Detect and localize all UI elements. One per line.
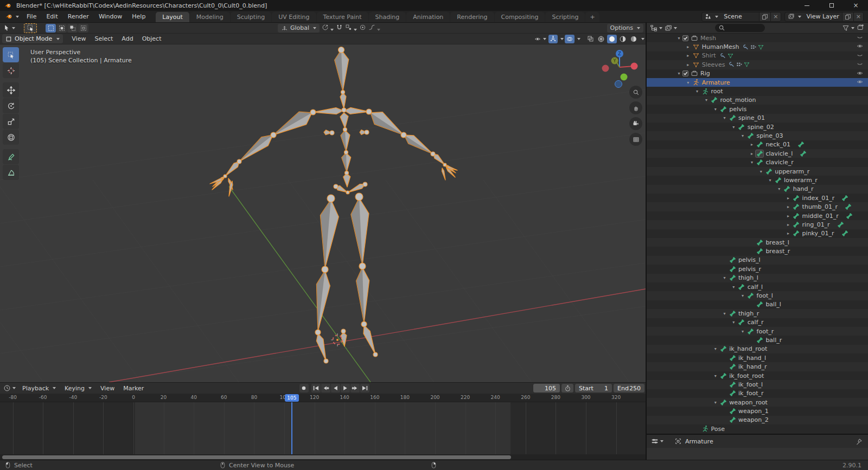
display-mode-dropdown[interactable]	[665, 24, 677, 32]
tab-shading[interactable]: Shading	[369, 12, 406, 22]
outliner-row-spine_01[interactable]: ▾spine_01	[647, 114, 868, 123]
gizmo-neg-x[interactable]	[602, 65, 609, 72]
menu-help[interactable]: Help	[127, 12, 150, 21]
outliner-row-thigh_r[interactable]: ▾thigh_r	[647, 309, 868, 318]
outliner-row-thigh_l[interactable]: ▾thigh_l	[647, 274, 868, 282]
new-collection-button[interactable]	[857, 23, 865, 33]
outliner-row-humanmesh[interactable]: ▸HumanMesh	[647, 42, 868, 51]
outliner-row-ik_hand_r[interactable]: ik_hand_r	[647, 362, 868, 371]
disclosure-triangle[interactable]: ▸	[748, 142, 755, 147]
visibility-eye-icon[interactable]	[856, 70, 864, 76]
tab-layout[interactable]: Layout	[156, 12, 189, 22]
editor-type-button[interactable]	[3, 24, 15, 31]
xray-toggle[interactable]	[586, 35, 595, 43]
disclosure-triangle[interactable]: ▾	[712, 107, 719, 112]
disclosure-triangle[interactable]: ▾	[739, 293, 746, 298]
outliner-editor-type-button[interactable]	[650, 24, 662, 32]
outliner-row-ik_foot_root[interactable]: ▾ik_foot_root	[647, 371, 868, 380]
outliner-row-pinky_01_r[interactable]: ▸pinky_01_r	[647, 229, 868, 238]
pan-button[interactable]	[629, 101, 642, 114]
shading-material-button[interactable]	[618, 35, 628, 43]
visibility-eye-icon[interactable]	[856, 34, 864, 41]
outliner-row-pelvis_l[interactable]: pelvis_l	[647, 256, 868, 265]
disclosure-triangle[interactable]: ▾	[675, 71, 682, 76]
playhead[interactable]	[291, 402, 292, 454]
outliner-row-pose[interactable]: Pose	[647, 424, 868, 433]
select-mode-intersect[interactable]	[78, 24, 88, 33]
disclosure-triangle[interactable]: ▾	[721, 115, 728, 120]
disclosure-triangle[interactable]: ▸	[685, 53, 692, 58]
falloff-dropdown[interactable]	[368, 24, 380, 33]
camera-view-button[interactable]	[629, 117, 642, 130]
view-layer-selector[interactable]: View Layer ×	[784, 12, 864, 22]
outliner-row-breast_l[interactable]: breast_l	[647, 238, 868, 247]
snap-toggle-button[interactable]	[322, 24, 334, 33]
outliner-row-clavicle_r[interactable]: ▾clavicle_r	[647, 158, 868, 166]
auto-keying-button[interactable]	[561, 384, 573, 392]
outliner-row-ik_foot_r[interactable]: ik_foot_r	[647, 389, 868, 398]
navigation-gizmo[interactable]: ZY	[598, 46, 643, 89]
armature-skeleton[interactable]	[210, 47, 457, 364]
outliner-row-spine_02[interactable]: ▾spine_02	[647, 123, 868, 131]
view-layer-name[interactable]: View Layer	[804, 12, 842, 21]
tab-compositing[interactable]: Compositing	[495, 12, 545, 22]
maximize-button[interactable]	[819, 0, 844, 11]
filter-dropdown[interactable]	[842, 24, 854, 32]
timeline-menu-view[interactable]: View	[96, 384, 119, 393]
outliner-row-armature[interactable]: ▾Armature	[647, 78, 868, 87]
disclosure-triangle[interactable]: ▸	[785, 231, 792, 236]
add-workspace-button[interactable]: +	[585, 12, 599, 22]
timeline-menu-keying[interactable]: Keying	[60, 384, 96, 393]
menu-edit[interactable]: Edit	[41, 12, 62, 21]
search-input[interactable]	[727, 24, 760, 31]
disclosure-triangle[interactable]: ▾	[712, 400, 719, 405]
collection-checkbox[interactable]	[682, 70, 688, 76]
shading-solid-button[interactable]	[607, 35, 617, 43]
timeline-menu-marker[interactable]: Marker	[119, 384, 148, 393]
disclosure-triangle[interactable]: ▸	[785, 196, 792, 201]
outliner-row-thumb_01_r[interactable]: ▸thumb_01_r	[647, 202, 868, 211]
proportional-edit-button[interactable]	[359, 24, 366, 33]
outliner-row-root_motion[interactable]: ▾root_motion	[647, 96, 868, 105]
collection-checkbox[interactable]	[682, 35, 688, 41]
select-mode-extend[interactable]	[56, 24, 67, 33]
outliner-row-clavicle_l[interactable]: ▸clavicle_l	[647, 149, 868, 158]
scrollbar-thumb[interactable]	[2, 455, 511, 459]
measure-tool-button[interactable]	[3, 165, 19, 180]
outliner-row-shirt[interactable]: ▸Shirt	[647, 51, 868, 60]
disclosure-triangle[interactable]: ▸	[785, 222, 792, 227]
shading-rendered-button[interactable]	[629, 35, 639, 43]
visibility-eye-icon[interactable]	[856, 79, 864, 85]
gizmo-x[interactable]	[631, 63, 638, 70]
tab-animation[interactable]: Animation	[406, 12, 450, 22]
menu-file[interactable]: File	[22, 12, 41, 21]
disclosure-triangle[interactable]: ▾	[721, 311, 728, 316]
timeline-ruler[interactable]: -80-60-40-200204060801001201401601802002…	[0, 394, 646, 402]
disclosure-triangle[interactable]: ▾	[685, 80, 692, 85]
record-button[interactable]	[299, 384, 309, 392]
properties-editor-type-button[interactable]	[651, 437, 663, 445]
viewport-menu-select[interactable]: Select	[90, 34, 117, 43]
disclosure-triangle[interactable]: ▸	[685, 62, 692, 67]
select-box-tool-button[interactable]	[3, 47, 19, 62]
tab-scripting[interactable]: Scripting	[545, 12, 585, 22]
outliner-row-foot_r[interactable]: ▾foot_r	[647, 327, 868, 336]
menu-render[interactable]: Render	[63, 12, 94, 21]
jump-to-start-button[interactable]	[311, 384, 321, 392]
rotate-tool-button[interactable]	[3, 98, 19, 113]
disclosure-triangle[interactable]: ▾	[675, 36, 682, 41]
disclosure-triangle[interactable]: ▾	[748, 160, 755, 165]
minimize-button[interactable]	[795, 0, 819, 11]
outliner-row-pelvis[interactable]: ▾pelvis	[647, 105, 868, 113]
disclosure-triangle[interactable]: ▾	[767, 178, 774, 183]
outliner-row-ik_foot_l[interactable]: ik_foot_l	[647, 380, 868, 389]
select-mode-tweak[interactable]	[46, 24, 56, 33]
tab-sculpting[interactable]: Sculpting	[231, 12, 271, 22]
outliner-row-ball_r[interactable]: ball_r	[647, 336, 868, 344]
tab-modeling[interactable]: Modeling	[190, 12, 230, 22]
disclosure-triangle[interactable]: ▾	[721, 275, 728, 280]
outliner-row-rig[interactable]: ▾Rig	[647, 69, 868, 78]
outliner-row-root[interactable]: ▾root	[647, 87, 868, 95]
viewport-menu-object[interactable]: Object	[138, 34, 166, 43]
view-layer-remove-button[interactable]: ×	[853, 12, 863, 21]
